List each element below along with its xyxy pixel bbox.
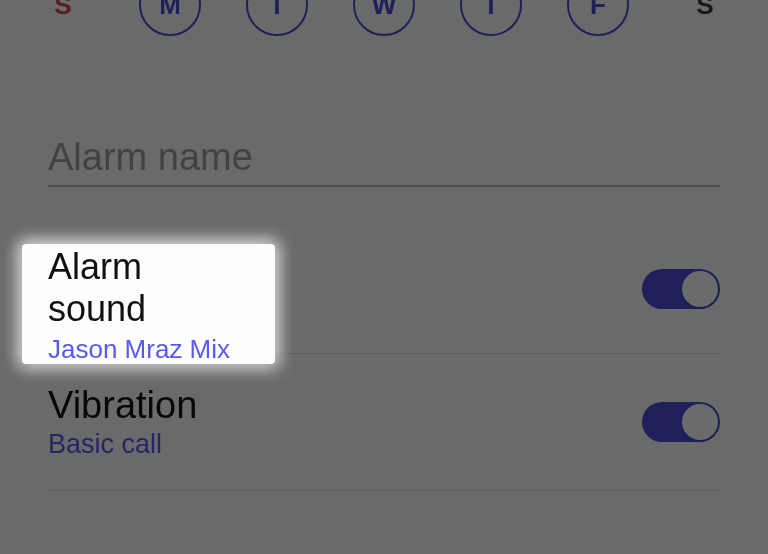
day-friday[interactable]: F — [567, 0, 629, 36]
alarm-name-input[interactable] — [48, 136, 720, 179]
vibration-toggle[interactable] — [642, 402, 720, 442]
alarm-name-field[interactable] — [48, 136, 720, 187]
alarm-sound-toggle[interactable] — [642, 269, 720, 309]
day-saturday[interactable]: S — [674, 0, 736, 36]
vibration-row[interactable]: Vibration Basic call — [48, 354, 720, 491]
day-thursday[interactable]: T — [460, 0, 522, 36]
alarm-sound-highlight-value: Jason Mraz Mix — [48, 334, 249, 365]
vibration-value: Basic call — [48, 429, 642, 460]
day-sunday[interactable]: S — [32, 0, 94, 36]
vibration-text: Vibration Basic call — [48, 384, 642, 460]
day-tuesday[interactable]: T — [246, 0, 308, 36]
weekday-row: S M T W T F S — [0, 0, 768, 46]
day-wednesday[interactable]: W — [353, 0, 415, 36]
alarm-sound-highlight-title: Alarm sound — [48, 246, 249, 330]
day-monday[interactable]: M — [139, 0, 201, 36]
toggle-knob — [682, 271, 718, 307]
alarm-settings-screen: S M T W T F S Alarm sound Jason Mraz Mix… — [0, 0, 768, 554]
alarm-sound-highlight[interactable]: Alarm sound Jason Mraz Mix — [22, 244, 275, 364]
toggle-knob — [682, 404, 718, 440]
vibration-title: Vibration — [48, 384, 642, 427]
